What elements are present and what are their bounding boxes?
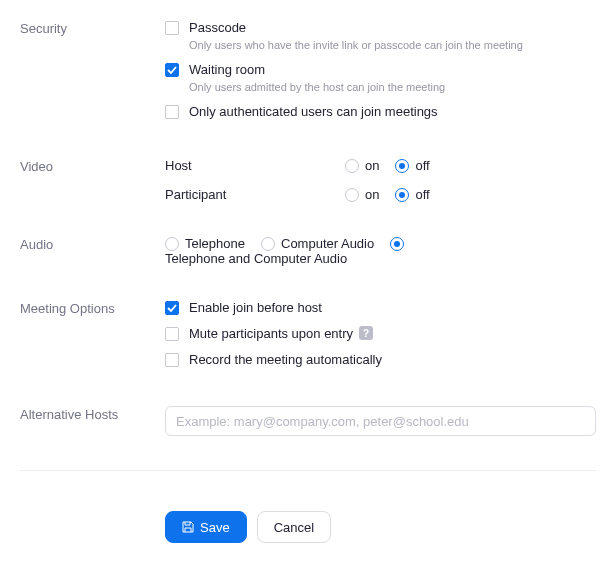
radio-participant-on[interactable] <box>345 188 359 202</box>
video-host-row: Host on off <box>165 158 596 173</box>
radio-label-telephone: Telephone <box>185 236 245 251</box>
section-label-video: Video <box>20 158 165 202</box>
divider <box>20 470 596 471</box>
radio-computer-audio[interactable] <box>261 237 275 251</box>
video-participant-row: Participant on off <box>165 187 596 202</box>
section-alternative-hosts: Alternative Hosts <box>20 406 596 436</box>
checkbox-icon <box>165 301 179 315</box>
video-host-label: Host <box>165 158 345 173</box>
checkbox-icon <box>165 21 179 35</box>
radio-participant-off[interactable] <box>395 188 409 202</box>
radio-label-on: on <box>365 187 379 202</box>
save-label: Save <box>200 520 230 535</box>
section-label-audio: Audio <box>20 236 165 266</box>
radio-label-both: Telephone and Computer Audio <box>165 251 347 266</box>
checkbox-icon <box>165 327 179 341</box>
option-label: Only authenticated users can join meetin… <box>189 104 438 120</box>
option-desc-passcode: Only users who have the invite link or p… <box>189 38 596 52</box>
option-label: Mute participants upon entry <box>189 326 353 342</box>
save-icon <box>182 521 194 533</box>
section-video: Video Host on off Participant on off <box>20 158 596 202</box>
option-label: Passcode <box>189 20 246 36</box>
section-label-security: Security <box>20 20 165 124</box>
info-icon[interactable]: ? <box>359 326 373 340</box>
option-label: Record the meeting automatically <box>189 352 382 368</box>
video-participant-label: Participant <box>165 187 345 202</box>
option-desc-waiting-room: Only users admitted by the host can join… <box>189 80 596 94</box>
option-waiting-room[interactable]: Waiting room <box>165 62 596 78</box>
button-row: Save Cancel <box>165 511 596 543</box>
option-label: Enable join before host <box>189 300 322 316</box>
cancel-button[interactable]: Cancel <box>257 511 331 543</box>
checkbox-icon <box>165 63 179 77</box>
option-record-automatically[interactable]: Record the meeting automatically <box>165 352 596 368</box>
section-label-alt-hosts: Alternative Hosts <box>20 406 165 436</box>
radio-host-on[interactable] <box>345 159 359 173</box>
alt-hosts-input[interactable] <box>165 406 596 436</box>
radio-both-audio[interactable] <box>390 237 404 251</box>
radio-label-on: on <box>365 158 379 173</box>
radio-telephone[interactable] <box>165 237 179 251</box>
section-audio: Audio Telephone Computer Audio Telephone… <box>20 236 596 266</box>
option-label: Waiting room <box>189 62 265 78</box>
section-label-meeting-options: Meeting Options <box>20 300 165 372</box>
option-mute-on-entry[interactable]: Mute participants upon entry ? <box>165 326 596 342</box>
radio-label-off: off <box>415 187 429 202</box>
radio-label-computer: Computer Audio <box>281 236 374 251</box>
option-authenticated[interactable]: Only authenticated users can join meetin… <box>165 104 596 120</box>
option-passcode[interactable]: Passcode <box>165 20 596 36</box>
radio-host-off[interactable] <box>395 159 409 173</box>
section-meeting-options: Meeting Options Enable join before host … <box>20 300 596 372</box>
section-security: Security Passcode Only users who have th… <box>20 20 596 124</box>
cancel-label: Cancel <box>274 520 314 535</box>
checkbox-icon <box>165 353 179 367</box>
option-join-before-host[interactable]: Enable join before host <box>165 300 596 316</box>
radio-label-off: off <box>415 158 429 173</box>
save-button[interactable]: Save <box>165 511 247 543</box>
checkbox-icon <box>165 105 179 119</box>
